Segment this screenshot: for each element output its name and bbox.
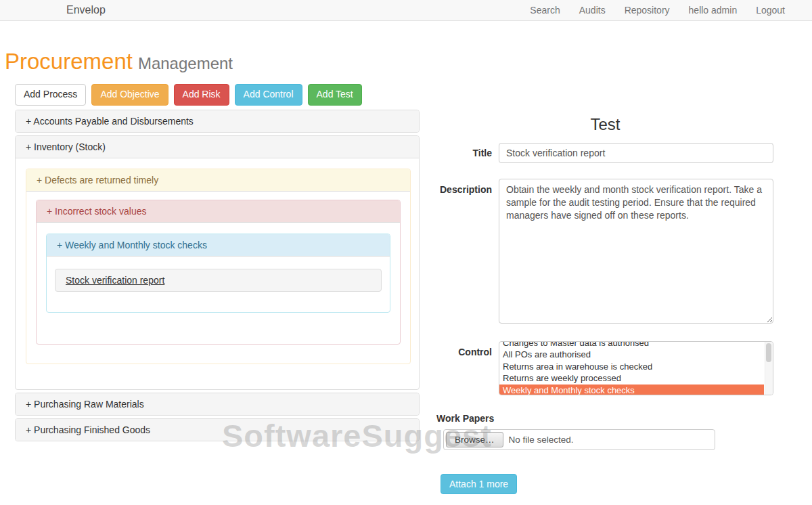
process-accordion: + Accounts Payable and Disbursements + I… <box>15 110 420 444</box>
attach-more-button[interactable]: Attach 1 more <box>441 474 517 494</box>
add-objective-button[interactable]: Add Objective <box>91 84 168 106</box>
test-link-stock-verification[interactable]: Stock verification report <box>66 275 164 286</box>
description-textarea[interactable]: Obtain the weekly and month stock verifi… <box>499 179 773 324</box>
panel-header-risk-incorrect-stock[interactable]: + Incorrect stock values <box>37 200 400 223</box>
top-navbar: Envelop Search Audits Repository hello a… <box>0 0 812 21</box>
add-risk-button[interactable]: Add Risk <box>174 84 229 106</box>
panel-header-accounts-payable[interactable]: + Accounts Payable and Disbursements <box>16 110 419 132</box>
nav-logout[interactable]: Logout <box>746 5 794 16</box>
panel-control-weekly-checks: + Weekly and Monthly stock checks Stock … <box>46 234 390 313</box>
add-control-button[interactable]: Add Control <box>235 84 302 106</box>
control-select-scrollbar-thumb[interactable] <box>766 343 771 362</box>
panel-body-control-weekly-checks: Stock verification report <box>47 257 390 312</box>
control-option[interactable]: All POs are authorised <box>499 349 764 360</box>
panel-header-objective-defects[interactable]: + Defects are returned timely <box>26 169 410 192</box>
nav-links: Search Audits Repository hello admin Log… <box>520 5 794 16</box>
panel-raw-materials: + Purchasing Raw Materials <box>15 393 420 416</box>
browse-button[interactable]: Browse… <box>446 432 503 447</box>
panel-body-objective-defects: + Incorrect stock values + Weekly and Mo… <box>26 192 410 364</box>
page-title-primary: Procurement <box>5 49 133 74</box>
title-row: Title <box>436 143 774 163</box>
panel-body-risk-incorrect-stock: + Weekly and Monthly stock checks Stock … <box>37 223 400 344</box>
control-option[interactable]: Changes to Master data is authorised <box>499 341 764 349</box>
panel-header-inventory[interactable]: + Inventory (Stock) <box>16 136 419 158</box>
control-row: Control Changes to Master data is author… <box>436 341 774 395</box>
nav-user-greeting[interactable]: hello admin <box>679 5 747 16</box>
control-option[interactable]: Returns are weekly processed <box>499 372 764 384</box>
work-papers-section: Work Papers Browse… No file selected. At… <box>436 413 774 494</box>
panel-header-control-weekly-checks[interactable]: + Weekly and Monthly stock checks <box>47 234 390 257</box>
panel-header-raw-materials[interactable]: + Purchasing Raw Materials <box>16 393 419 415</box>
file-input[interactable]: Browse… No file selected. <box>443 429 715 450</box>
control-option[interactable]: Weekly and Monthly stock checks <box>499 385 764 395</box>
add-test-button[interactable]: Add Test <box>308 84 362 106</box>
panel-risk-incorrect-stock: + Incorrect stock values + Weekly and Mo… <box>36 200 401 345</box>
form-heading: Test <box>436 115 774 134</box>
title-input[interactable] <box>499 143 773 163</box>
nav-audits[interactable]: Audits <box>570 5 615 16</box>
test-form: Test Title Description Obtain the weekly… <box>436 115 774 494</box>
control-option[interactable]: Returns area in warehouse is checked <box>499 361 764 372</box>
control-select[interactable]: Changes to Master data is authorised All… <box>499 341 773 395</box>
panel-objective-defects: + Defects are returned timely + Incorrec… <box>26 169 411 364</box>
nav-search[interactable]: Search <box>520 5 569 16</box>
test-item-stock-verification[interactable]: Stock verification report <box>55 269 382 292</box>
description-row: Description Obtain the weekly and month … <box>436 179 774 324</box>
panel-accounts-payable: + Accounts Payable and Disbursements <box>15 110 420 133</box>
control-label: Control <box>436 341 499 395</box>
title-label: Title <box>436 148 499 158</box>
nav-repository[interactable]: Repository <box>615 5 679 16</box>
add-process-button[interactable]: Add Process <box>15 84 86 106</box>
brand-envelop[interactable]: Envelop <box>66 4 106 16</box>
description-label: Description <box>436 179 499 324</box>
control-select-scrollbar[interactable] <box>765 342 773 395</box>
panel-header-finished-goods[interactable]: + Purchasing Finished Goods <box>16 419 419 441</box>
control-options-list: Changes to Master data is authorised All… <box>499 341 773 395</box>
panel-inventory: + Inventory (Stock) + Defects are return… <box>15 135 420 390</box>
file-status-text: No file selected. <box>509 435 574 445</box>
panel-finished-goods: + Purchasing Finished Goods <box>15 418 420 441</box>
page-title-secondary: Management <box>138 54 233 72</box>
toolbar: Add Process Add Objective Add Risk Add C… <box>15 84 362 106</box>
work-papers-label: Work Papers <box>436 413 774 424</box>
page-title: ProcurementManagement <box>5 49 233 74</box>
panel-body-inventory: + Defects are returned timely + Incorrec… <box>16 158 419 389</box>
